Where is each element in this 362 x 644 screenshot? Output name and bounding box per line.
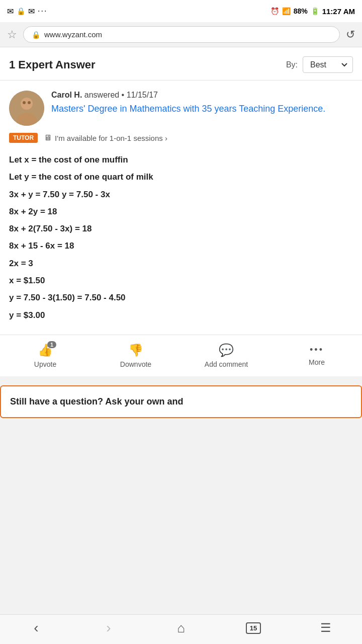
tutor-meta-text: answered • 11/15/17 <box>84 91 158 99</box>
avatar <box>9 91 44 126</box>
bottom-spacer <box>0 418 362 453</box>
bookmark-icon[interactable]: ☆ <box>7 28 17 41</box>
more-label: More <box>309 358 325 366</box>
math-line-7: 2x = 3 <box>9 256 353 272</box>
math-line-9: y = 7.50 - 3(1.50) = 7.50 - 4.50 <box>9 290 353 306</box>
more-icon: ••• <box>310 345 324 355</box>
more-button[interactable]: ••• More <box>272 337 362 374</box>
comment-label: Add comment <box>205 360 248 368</box>
status-right-icons: ⏰ 📶 88% 🔋 11:27 AM <box>270 7 355 16</box>
math-line-4: 8x + 2y = 18 <box>9 204 353 220</box>
sessions-link[interactable]: 🖥 I'm available for 1-on-1 sessions › <box>44 133 167 142</box>
reload-icon[interactable]: ↺ <box>346 28 355 41</box>
math-line-10: y = $3.00 <box>9 307 353 324</box>
answer-count: 1 Expert Answer <box>9 58 96 71</box>
mail-icon-2: ✉ <box>28 7 35 16</box>
status-bar: ✉ 🔒 ✉ ··· ⏰ 📶 88% 🔋 11:27 AM <box>0 0 362 22</box>
svg-point-1 <box>21 98 33 110</box>
math-content: Let x = the cost of one muffin Let y = t… <box>9 152 353 324</box>
more-status-icon: ··· <box>38 7 47 16</box>
upvote-label: Upvote <box>34 360 56 368</box>
battery-text: 88% <box>294 7 308 15</box>
math-line-1: Let x = the cost of one muffin <box>9 152 353 168</box>
battery-icon: 🔋 <box>311 7 319 15</box>
downvote-button[interactable]: 👎 Downvote <box>90 335 181 376</box>
downvote-icon: 👎 <box>128 343 143 357</box>
math-line-2: Let y = the cost of one quart of milk <box>9 169 353 185</box>
avatar-image <box>9 91 44 126</box>
answer-header: 1 Expert Answer By: Best Newest Oldest <box>0 47 362 80</box>
downvote-label: Downvote <box>120 360 151 368</box>
math-line-8: x = $1.50 <box>9 273 353 289</box>
math-line-6: 8x + 15 - 6x = 18 <box>9 238 353 254</box>
upvote-count: 1 <box>47 341 56 348</box>
sessions-text: I'm available for 1-on-1 sessions › <box>55 134 167 142</box>
upvote-button[interactable]: 👍 1 Upvote <box>0 335 90 376</box>
security-icon: 🔒 <box>17 7 25 15</box>
sort-label: By: <box>286 60 298 69</box>
sort-dropdown[interactable]: Best Newest Oldest <box>303 56 353 73</box>
sort-section: By: Best Newest Oldest <box>286 56 353 73</box>
tutor-credentials[interactable]: Masters' Degree in Mathematics with 35 y… <box>51 103 353 115</box>
url-text: www.wyzant.com <box>44 30 102 39</box>
comment-button[interactable]: 💬 Add comment <box>181 335 272 376</box>
browser-bar: ☆ 🔒 www.wyzant.com ↺ <box>0 22 362 47</box>
lock-icon: 🔒 <box>32 31 40 39</box>
math-line-3: 3x + y = 7.50 y = 7.50 - 3x <box>9 187 353 203</box>
action-bar: 👍 1 Upvote 👎 Downvote 💬 Add comment ••• … <box>0 335 362 376</box>
section-divider <box>0 376 362 380</box>
tutor-meta: Carol H. answered • 11/15/17 Masters' De… <box>9 91 353 126</box>
status-left-icons: ✉ 🔒 ✉ ··· <box>7 7 47 16</box>
question-prompt-text: Still have a question? Ask your own and <box>10 396 183 407</box>
svg-point-4 <box>28 101 31 104</box>
tutor-badge-row: TUTOR 🖥 I'm available for 1-on-1 session… <box>9 133 353 143</box>
alarm-icon: ⏰ <box>270 7 279 15</box>
tutor-badge: TUTOR <box>9 133 38 143</box>
main-content: 1 Expert Answer By: Best Newest Oldest <box>0 47 362 376</box>
tutor-info: Carol H. answered • 11/15/17 Masters' De… <box>51 91 353 115</box>
mail-icon-1: ✉ <box>7 7 14 16</box>
monitor-icon: 🖥 <box>44 133 52 142</box>
question-prompt-section[interactable]: Still have a question? Ask your own and <box>0 385 362 418</box>
svg-point-3 <box>23 101 26 104</box>
math-line-5: 8x + 2(7.50 - 3x) = 18 <box>9 221 353 237</box>
time-display: 11:27 AM <box>322 7 355 16</box>
comment-icon: 💬 <box>219 343 234 357</box>
answer-card: Carol H. answered • 11/15/17 Masters' De… <box>0 80 362 335</box>
tutor-name-row: Carol H. answered • 11/15/17 <box>51 91 353 100</box>
tutor-name: Carol H. <box>51 91 82 99</box>
url-bar[interactable]: 🔒 www.wyzant.com <box>23 26 340 43</box>
wifi-icon: 📶 <box>282 7 291 15</box>
